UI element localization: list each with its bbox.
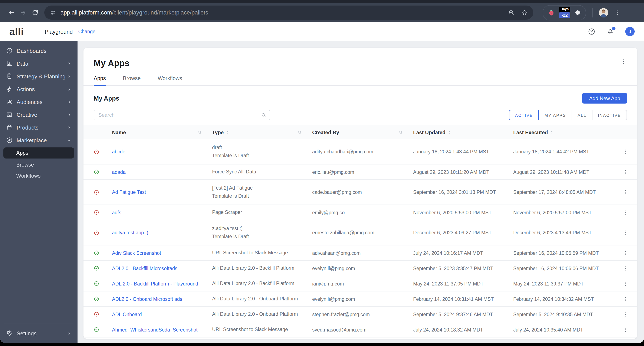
created-by: emily@pmg.co [312, 210, 413, 215]
x-circle-icon [94, 210, 99, 215]
column-header-type[interactable]: Type [212, 129, 312, 135]
sidebar-item-label: Data [16, 60, 28, 67]
back-button[interactable] [5, 7, 17, 19]
app-name-link[interactable]: adada [112, 169, 126, 174]
row-menu-icon[interactable] [622, 265, 628, 271]
row-menu-icon[interactable] [622, 250, 628, 256]
app-header: alli Playground Change J [0, 22, 644, 41]
site-settings-icon[interactable] [50, 9, 56, 16]
column-label: Name [112, 129, 126, 135]
sidebar-subitem-apps[interactable]: Apps [4, 147, 74, 159]
filter-inactive[interactable]: INACTIVE [592, 110, 627, 120]
sidebar-subitem-label: Workflows [16, 173, 41, 179]
row-menu-icon[interactable] [622, 209, 628, 215]
last-updated: September 16, 2024 3:01:13 PM MDT [413, 190, 513, 195]
card-menu-icon[interactable] [620, 58, 627, 65]
app-name-link[interactable]: ADL2.0 - Backfill Microsoftads [112, 266, 178, 271]
strawberry-extension-icon[interactable] [548, 9, 555, 16]
column-search-icon [398, 130, 403, 135]
filter-my-apps[interactable]: MY APPS [538, 110, 572, 120]
created-by: evelyn.li@pmg.com [312, 266, 413, 271]
app-type: z.aditya test :)Template is Draft [212, 225, 312, 241]
alli-logo[interactable]: alli [9, 26, 24, 37]
app-name-link[interactable]: Ahmed_WhiskersandSoda_Screenshot [112, 327, 198, 332]
column-header-name[interactable]: Name [112, 129, 212, 135]
bookmark-star-icon[interactable] [521, 9, 528, 16]
column-header-last-executed[interactable]: Last Executed [513, 129, 613, 135]
tab-browse[interactable]: Browse [123, 75, 140, 85]
column-label: Last Updated [413, 129, 446, 135]
sidebar-item-dashboards[interactable]: Dashboards [0, 44, 78, 57]
search-input[interactable] [94, 110, 270, 120]
app-name-link[interactable]: Adiv Slack Screenshot [112, 250, 161, 255]
sidebar-item-settings[interactable]: Settings [0, 327, 78, 339]
filter-active[interactable]: ACTIVE [509, 110, 539, 120]
zoom-out-icon[interactable] [508, 9, 514, 16]
chevron-right-icon [67, 331, 72, 335]
last-executed: September 17, 2024 8:48:05 AM MDT [513, 190, 613, 195]
bottom-bar [0, 343, 644, 346]
row-menu-icon[interactable] [622, 281, 628, 286]
row-menu-icon[interactable] [622, 230, 628, 236]
app-name-link[interactable]: ADL Onboard [112, 312, 142, 317]
sidebar-item-label: Creative [16, 111, 37, 118]
x-circle-icon [94, 311, 99, 317]
app-name-link[interactable]: ADL2.0 - Onboard Microsoft ads [112, 296, 182, 301]
sidebar-item-creative[interactable]: Creative [0, 108, 78, 121]
check-circle-icon [94, 265, 99, 271]
browser-profile-avatar[interactable] [599, 8, 608, 17]
days-extension-badge[interactable]: Days -22 [559, 7, 570, 18]
app-type: Page Scraper [212, 208, 312, 216]
tab-workflows[interactable]: Workflows [158, 75, 182, 85]
column-header-last-updated[interactable]: Last Updated [413, 129, 513, 135]
sort-icon [226, 130, 230, 135]
add-new-app-button[interactable]: Add New App [582, 93, 627, 104]
sidebar-item-products[interactable]: Products [0, 121, 78, 134]
last-updated: November 6, 2020 5:53:00 PM MST [413, 210, 513, 215]
help-icon[interactable] [588, 28, 596, 35]
reload-button[interactable] [29, 7, 41, 19]
last-updated: December 6, 2023 4:09:27 PM MST [413, 230, 513, 235]
filter-all[interactable]: ALL [572, 110, 592, 120]
column-search-icon [197, 130, 202, 135]
column-header-created-by[interactable]: Created By [312, 129, 413, 135]
browser-chrome: app.alliplatform.com/client/playground/m… [0, 0, 644, 22]
sidebar-subitem-workflows[interactable]: Workflows [0, 170, 78, 182]
row-menu-icon[interactable] [622, 149, 628, 155]
table-body: abcde draftTemplate is Draft aditya.chau… [84, 139, 637, 337]
last-executed: August 29, 2023 10:11:48 AM MDT [513, 169, 613, 174]
sidebar-subitem-browse[interactable]: Browse [0, 159, 78, 170]
app-name-link[interactable]: Ad Fatigue Test [112, 190, 146, 195]
row-menu-icon[interactable] [622, 169, 628, 175]
tab-apps[interactable]: Apps [94, 75, 106, 85]
browser-menu-icon[interactable] [614, 9, 620, 16]
notifications-button[interactable] [606, 28, 614, 35]
last-executed: May 24, 2023 11:39:37 PM MDT [513, 281, 613, 286]
row-menu-icon[interactable] [622, 296, 628, 302]
row-menu-icon[interactable] [622, 327, 628, 332]
table-header: Name Type Created By Last Updated Last E… [84, 125, 637, 139]
sidebar-item-marketplace[interactable]: Marketplace [0, 134, 78, 147]
clipboard-icon [6, 73, 13, 80]
row-menu-icon[interactable] [622, 311, 628, 317]
app-name-link[interactable]: aditya test app :) [112, 230, 148, 235]
app-name-link[interactable]: adfs [112, 210, 122, 215]
sidebar-item-audiences[interactable]: Audiences [0, 96, 78, 108]
browser-window: app.alliplatform.com/client/playground/m… [0, 0, 644, 343]
last-updated: July 24, 2024 10:18:32 AM MDT [413, 327, 513, 332]
app-name-link[interactable]: ADL 2.0 - Backfill Platform - Playground [112, 281, 198, 286]
created-by: ernesto.zubillaga@pmg.com [312, 230, 413, 235]
row-menu-icon[interactable] [622, 189, 628, 195]
change-client-link[interactable]: Change [78, 29, 96, 34]
extensions-puzzle-icon[interactable] [574, 9, 581, 16]
sidebar-item-data[interactable]: Data [0, 57, 78, 70]
forward-button[interactable] [17, 7, 29, 19]
user-avatar[interactable]: J [625, 27, 635, 36]
chevron-right-icon [67, 112, 72, 117]
last-updated: January 18, 2024 1:43:44 PM MST [413, 149, 513, 154]
app-name-link[interactable]: abcde [112, 149, 126, 154]
sidebar-item-actions[interactable]: Actions [0, 83, 78, 96]
app-type: Alli Data Library 2.0 - Backfill Platfor… [212, 264, 312, 272]
address-bar[interactable]: app.alliplatform.com/client/playground/m… [44, 6, 533, 20]
sidebar-item-strategy-planning[interactable]: Strategy & Planning [0, 70, 78, 83]
